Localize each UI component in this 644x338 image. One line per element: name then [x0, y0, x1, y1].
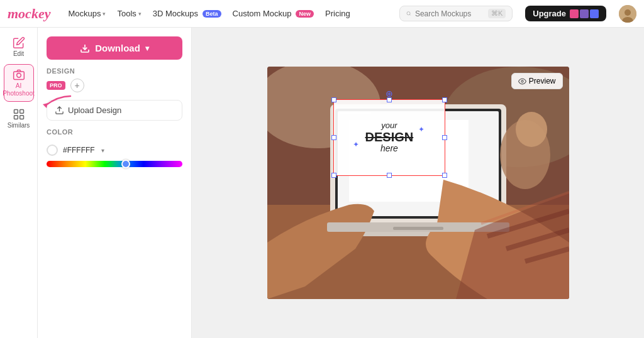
- similars-tool-button[interactable]: Similars: [4, 104, 34, 133]
- handle-top-right[interactable]: [442, 97, 447, 102]
- panel-sidebar: Download ▾ DESIGN PRO + Upload Design CO…: [38, 28, 192, 338]
- search-icon: [406, 9, 411, 18]
- upgrade-icons: [570, 9, 599, 18]
- icon-blue: [590, 9, 599, 18]
- svg-point-3: [625, 9, 631, 16]
- search-hint: ⌘K: [488, 9, 506, 18]
- nav-tools[interactable]: Tools ▾: [117, 9, 141, 18]
- chevron-icon: ▾: [103, 11, 106, 17]
- add-design-button[interactable]: +: [70, 79, 84, 92]
- upgrade-button[interactable]: Upgrade: [525, 6, 606, 21]
- icon-purple: [580, 9, 589, 18]
- search-bar[interactable]: ⌘K: [399, 6, 513, 21]
- move-handle[interactable]: ⊕: [386, 89, 393, 99]
- similars-label: Similars: [8, 122, 30, 129]
- svg-point-27: [516, 112, 547, 147]
- upload-design-button[interactable]: Upload Design: [47, 100, 182, 121]
- design-text: your DESIGN here: [365, 121, 414, 154]
- design-section: DESIGN PRO +: [47, 67, 182, 92]
- handle-bottom-left[interactable]: [331, 173, 336, 178]
- nav-3d-mockups[interactable]: 3D Mockups Beta: [153, 9, 221, 18]
- download-button[interactable]: Download ▾: [47, 36, 182, 60]
- nav-mockups[interactable]: Mockups ▾: [68, 9, 106, 18]
- color-section: COLOR #FFFFFF ▾: [47, 128, 182, 167]
- design-row: PRO +: [47, 79, 182, 92]
- canvas-container: ✦ ✦ your DESIGN here: [267, 67, 569, 299]
- svg-rect-10: [19, 116, 23, 119]
- new-badge: New: [296, 10, 314, 18]
- sparkle-icon-2: ✦: [353, 140, 359, 149]
- handle-top-left[interactable]: [331, 97, 336, 102]
- svg-rect-24: [393, 227, 443, 230]
- ai-photoshoot-icon: [13, 68, 25, 81]
- upload-design-section: Upload Design: [47, 100, 182, 121]
- preview-button[interactable]: Preview: [511, 73, 563, 89]
- color-gradient-bar[interactable]: [47, 161, 182, 167]
- ai-photoshoot-label: AIPhotoshoot: [3, 82, 35, 97]
- eye-icon: [518, 77, 526, 85]
- handle-mid-right[interactable]: [442, 135, 447, 140]
- navbar: mockey Mockups ▾ Tools ▾ 3D Mockups Beta…: [0, 0, 644, 28]
- icon-sidebar: Edit AIPhotoshoot Similars: [0, 28, 38, 338]
- pro-badge: PRO: [47, 81, 65, 90]
- nav-pricing[interactable]: Pricing: [325, 9, 350, 18]
- svg-rect-8: [19, 110, 23, 114]
- nav-items: Mockups ▾ Tools ▾ 3D Mockups Beta Custom…: [68, 9, 387, 18]
- mockup-image: ✦ ✦ your DESIGN here: [267, 67, 569, 299]
- ai-photoshoot-tool-button[interactable]: AIPhotoshoot: [4, 64, 34, 102]
- avatar[interactable]: [619, 5, 636, 23]
- edit-tool-button[interactable]: Edit: [4, 33, 34, 62]
- svg-rect-9: [14, 116, 18, 119]
- download-icon: [80, 43, 90, 53]
- svg-rect-7: [14, 110, 18, 114]
- color-dropdown-icon[interactable]: ▾: [101, 147, 104, 154]
- nav-custom-mockup[interactable]: Custom Mockup New: [233, 9, 314, 18]
- sparkle-icon-1: ✦: [418, 125, 425, 134]
- main-layout: Edit AIPhotoshoot Similars Download ▾ DE…: [0, 28, 644, 338]
- color-picker-row[interactable]: #FFFFFF ▾: [47, 144, 182, 156]
- download-chevron-icon: ▾: [145, 44, 149, 53]
- design-overlay[interactable]: ✦ ✦ your DESIGN here: [333, 99, 445, 176]
- search-input[interactable]: [415, 9, 484, 18]
- svg-line-1: [410, 14, 411, 15]
- beta-badge: Beta: [203, 10, 221, 18]
- handle-bottom-right[interactable]: [442, 173, 447, 178]
- color-swatch: [47, 144, 58, 156]
- icon-red: [570, 9, 579, 18]
- upload-icon: [55, 106, 64, 115]
- logo: mockey: [8, 6, 50, 22]
- design-section-label: DESIGN: [47, 67, 182, 75]
- edit-label: Edit: [13, 50, 24, 58]
- svg-point-28: [521, 80, 523, 82]
- canvas-area: ✦ ✦ your DESIGN here: [192, 28, 644, 338]
- handle-mid-left[interactable]: [331, 135, 336, 140]
- svg-point-0: [407, 12, 410, 15]
- color-hex-value: #FFFFFF: [63, 146, 95, 155]
- handle-bottom-mid[interactable]: [387, 173, 392, 178]
- edit-icon: [13, 36, 25, 49]
- similars-icon: [13, 108, 25, 121]
- svg-point-6: [16, 74, 21, 78]
- color-label: COLOR: [47, 128, 182, 136]
- gradient-indicator: [121, 160, 130, 168]
- chevron-icon: ▾: [138, 11, 142, 17]
